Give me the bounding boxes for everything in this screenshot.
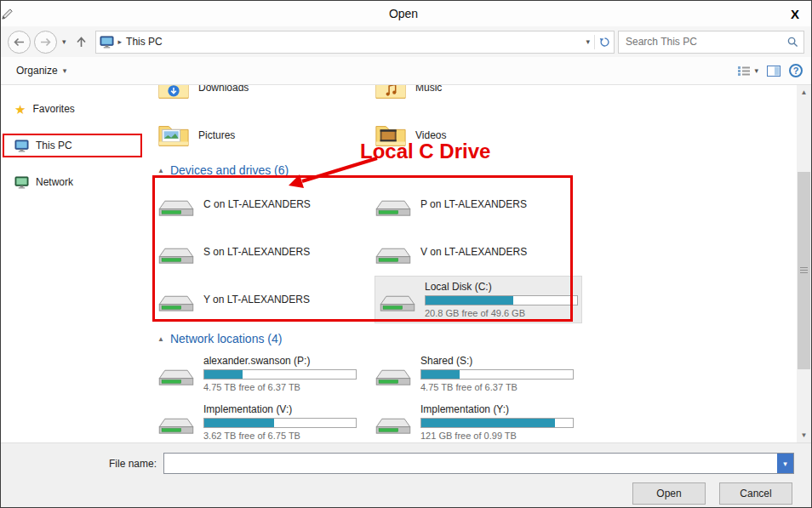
dialog-body: ★ Favorites This PC [1,85,811,442]
sidebar: ★ Favorites This PC [1,85,146,442]
capacity-bar [420,418,574,428]
drive-tile-y[interactable]: Y on LT-ALEXANDERS [157,276,375,323]
sidebar-item-label: Favorites [32,103,74,115]
scrollbar-track[interactable] [797,100,811,428]
organize-dropdown-icon: ▾ [63,66,67,75]
window-title: Open [26,7,781,20]
sidebar-item-label: Network [36,176,73,188]
titlebar: Open X [1,1,811,26]
drive-name: alexander.swanson (P:) [203,355,357,367]
drive-name: C on LT-ALEXANDERS [203,198,311,210]
drive-info: Local Disk (C:) 20.8 GB free of 49.6 GB [425,281,578,318]
search-icon[interactable] [787,37,798,48]
breadcrumb-chevron-icon: ▸ [118,37,123,46]
pictures-folder-icon [157,122,190,149]
open-button[interactable]: Open [632,482,706,505]
recent-locations-dropdown[interactable]: ▾ [60,37,68,46]
section-title: Network locations (4) [170,332,283,345]
change-view-button[interactable]: ▾ [737,66,758,77]
preview-pane-icon [767,66,781,77]
navigation-bar: ▾ ▸ This PC ▾ [1,26,811,57]
file-list: Downloads Music [146,85,797,442]
network-drive-tile-p[interactable]: alexander.swanson (P:) 4.75 TB free of 6… [157,349,375,397]
drive-tile-c[interactable]: C on LT-ALEXANDERS [157,180,375,228]
drive-icon [157,191,195,218]
filename-dropdown-button[interactable]: ▾ [777,454,793,473]
drive-name: S on LT-ALEXANDERS [203,246,310,258]
drive-icon [375,238,412,265]
network-grid: alexander.swanson (P:) 4.75 TB free of 6… [157,349,797,442]
breadcrumb[interactable]: This PC [126,36,163,48]
drive-name: Shared (S:) [420,355,574,367]
folder-tile-downloads[interactable]: Downloads [157,85,375,107]
network-drive-tile-y[interactable]: Implementation (Y:) 121 GB free of 0.99 … [375,397,592,442]
view-list-icon [737,66,751,77]
capacity-bar [203,369,357,380]
forward-button[interactable] [34,31,57,54]
drive-tile-v[interactable]: V on LT-ALEXANDERS [375,228,592,276]
address-dropdown[interactable]: ▾ [586,37,590,46]
up-button[interactable] [71,31,92,52]
scrollbar-grip-icon [800,267,808,274]
refresh-icon [599,37,610,48]
sidebar-gap [1,119,146,134]
vertical-scrollbar[interactable]: ▲ ▼ [797,85,811,442]
sidebar-item-this-pc[interactable]: This PC [4,135,140,156]
organize-button[interactable]: Organize ▾ [9,61,73,80]
scroll-down-button[interactable]: ▼ [797,428,811,442]
drive-name: Implementation (V:) [203,403,357,415]
open-dialog: Open X ▾ ▸ This PC ▾ [0,0,812,508]
sidebar-gap [1,157,146,172]
help-button[interactable]: ? [789,64,803,77]
folder-tile-music[interactable]: Music [375,85,592,107]
folder-tile-pictures[interactable]: Pictures [157,116,375,155]
filename-row: File name: ▾ [1,453,811,474]
collapse-triangle-icon: ▲ [157,167,164,174]
drive-name: Y on LT-ALEXANDERS [203,294,310,305]
dialog-footer: File name: ▾ Open Cancel [1,442,811,507]
close-button[interactable]: X [781,3,809,24]
devices-grid: C on LT-ALEXANDERS P on LT-ALEXANDERS S … [157,180,797,323]
drive-name: Implementation (Y:) [420,403,574,415]
capacity-bar-fill [204,370,243,379]
address-bar[interactable]: ▸ This PC ▾ [95,31,615,54]
pencil-icon [1,8,26,20]
toolbar-right-group: ▾ ? [737,64,803,77]
network-drive-tile-v[interactable]: Implementation (V:) 3.62 TB free of 6.75… [157,397,375,442]
network-drive-tile-s[interactable]: Shared (S:) 4.75 TB free of 6.37 TB [375,349,592,397]
computer-icon [100,36,114,49]
music-folder-icon [375,85,407,101]
drive-icon [157,238,195,265]
scroll-up-button[interactable]: ▲ [797,85,811,100]
drive-tile-s[interactable]: S on LT-ALEXANDERS [157,228,375,276]
cancel-button[interactable]: Cancel [719,482,792,505]
filename-input[interactable] [164,454,777,473]
drive-info: Implementation (Y:) 121 GB free of 0.99 … [420,403,574,441]
sidebar-item-network[interactable]: Network [1,172,146,192]
preview-pane-button[interactable] [767,66,781,77]
collapse-triangle-icon: ▲ [157,335,164,343]
search-input[interactable] [624,35,787,49]
network-section-header[interactable]: ▲ Network locations (4) [157,332,797,345]
forward-arrow-icon [40,37,51,47]
filename-label: File name: [1,458,163,470]
folder-name: Music [415,85,442,94]
sidebar-item-favorites[interactable]: ★ Favorites [1,99,146,119]
scrollbar-thumb[interactable] [798,172,810,369]
drive-icon [375,191,412,218]
videos-folder-icon [375,122,407,149]
drive-name: V on LT-ALEXANDERS [420,246,527,258]
drive-tile-local-disk-c[interactable]: Local Disk (C:) 20.8 GB free of 49.6 GB [375,276,582,323]
folder-name: Pictures [198,129,235,141]
folder-tile-videos[interactable]: Videos [375,116,592,155]
search-box [618,31,804,54]
devices-section-header[interactable]: ▲ Devices and drives (6) [157,163,797,177]
drive-tile-p[interactable]: P on LT-ALEXANDERS [375,180,592,228]
capacity-bar-fill [426,296,513,305]
downloads-folder-icon [157,85,190,101]
refresh-button[interactable] [599,37,610,48]
folder-row: Pictures Videos [157,116,797,155]
capacity-bar [420,369,574,380]
back-button[interactable] [8,31,31,54]
capacity-bar [203,418,357,428]
